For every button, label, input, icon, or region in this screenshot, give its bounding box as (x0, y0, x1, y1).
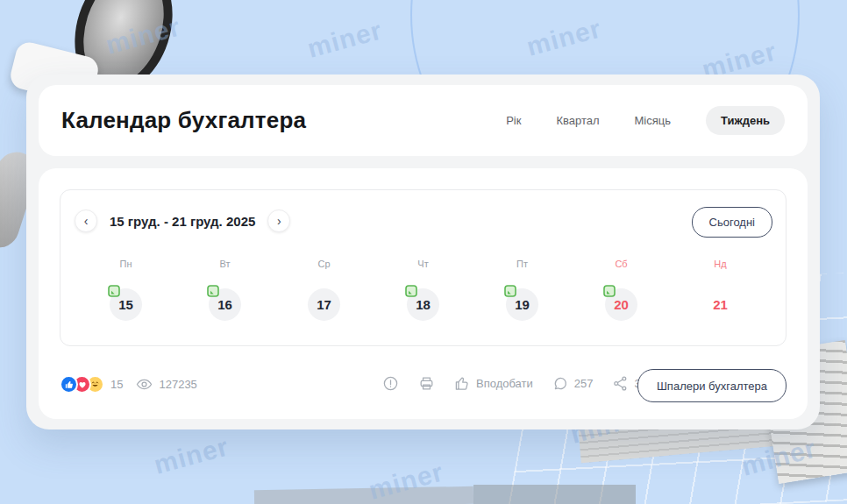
decor-photo-edge (473, 485, 636, 504)
event-badge-icon (405, 285, 417, 297)
like-button[interactable]: Вподобати (454, 375, 533, 392)
day-20[interactable]: 20 (605, 288, 637, 321)
wallpapers-button[interactable]: Шпалери бухгалтера (637, 369, 786, 402)
day-18[interactable]: 18 (407, 288, 439, 321)
day-17[interactable]: 17 (308, 288, 340, 321)
day-cell: 17 (274, 288, 374, 321)
tab-month[interactable]: Місяць (635, 114, 671, 127)
printer-icon (418, 375, 435, 392)
calendar-widget: Календар бухгалтера Рік Квартал Місяць Т… (26, 75, 820, 429)
day-number: 15 (118, 297, 133, 312)
views-eye-icon (136, 376, 153, 393)
reactions-stack[interactable] (60, 375, 104, 394)
page-title: Календар бухгалтера (61, 107, 306, 134)
tab-year[interactable]: Рік (506, 114, 521, 127)
tab-quarter[interactable]: Квартал (556, 114, 599, 127)
day-cell: 21 (671, 288, 770, 321)
today-button[interactable]: Сьогодні (692, 207, 772, 238)
print-button[interactable] (418, 375, 435, 392)
weekday-label: Пн (76, 259, 175, 269)
weekday-header-row: Пн Вт Ср Чт Пт Сб Нд (76, 259, 770, 269)
like-button-label: Вподобати (476, 377, 533, 390)
day-number: 18 (416, 297, 431, 312)
views-count: 127235 (159, 378, 196, 391)
day-16[interactable]: 16 (209, 288, 241, 321)
day-15[interactable]: 15 (110, 288, 142, 321)
widget-body: ‹ 15 груд. - 21 груд. 2025 › Сьогодні Пн… (39, 168, 808, 419)
decor-photo-edge (254, 486, 473, 504)
day-number: 16 (217, 297, 232, 312)
like-reaction-icon (60, 375, 78, 394)
date-navigation: ‹ 15 груд. - 21 груд. 2025 › (75, 209, 290, 232)
weekday-label: Чт (374, 259, 473, 269)
event-badge-icon (108, 285, 120, 297)
day-number: 19 (515, 297, 530, 312)
day-number: 17 (317, 297, 331, 312)
comment-icon (552, 375, 569, 392)
thumbs-up-icon (454, 375, 471, 392)
weekday-label-weekend: Сб (572, 259, 671, 269)
day-cell: 18 (374, 288, 473, 321)
day-number: 20 (614, 297, 629, 312)
watermark-text: miner (304, 15, 386, 63)
tab-week[interactable]: Тиждень (706, 106, 785, 135)
weekday-label: Ср (274, 259, 374, 269)
date-range-label: 15 груд. - 21 груд. 2025 (110, 214, 255, 229)
day-21[interactable]: 21 (704, 288, 737, 321)
weekday-label: Вт (175, 259, 274, 269)
widget-header: Календар бухгалтера Рік Квартал Місяць Т… (39, 85, 808, 156)
comments-count: 257 (574, 377, 594, 390)
days-row: 15 16 17 (76, 288, 770, 321)
info-button[interactable] (382, 375, 399, 392)
day-number: 21 (713, 297, 728, 312)
reactions-count: 15 (110, 378, 123, 391)
week-calendar: ‹ 15 груд. - 21 груд. 2025 › Сьогодні Пн… (60, 189, 786, 346)
view-tabs: Рік Квартал Місяць Тиждень (506, 106, 785, 135)
event-badge-icon (603, 285, 616, 297)
day-cell: 19 (473, 288, 572, 321)
day-cell: 16 (175, 288, 274, 321)
prev-week-button[interactable]: ‹ (75, 209, 97, 232)
weekday-label-weekend: Нд (671, 259, 770, 269)
weekday-label: Пт (473, 259, 572, 269)
next-week-button[interactable]: › (267, 209, 290, 232)
engagement-summary: 15 127235 (60, 375, 197, 394)
info-icon (382, 375, 399, 392)
share-button[interactable]: 3 (612, 375, 640, 392)
day-cell: 15 (76, 288, 175, 321)
page: miner miner miner miner miner miner mine… (0, 0, 847, 504)
day-cell: 20 (572, 288, 671, 321)
watermark-text: miner (151, 431, 232, 479)
comments-button[interactable]: 257 (552, 375, 594, 392)
event-badge-icon (207, 285, 219, 297)
event-badge-icon (504, 285, 516, 297)
share-icon (612, 375, 629, 392)
day-19[interactable]: 19 (506, 288, 538, 321)
